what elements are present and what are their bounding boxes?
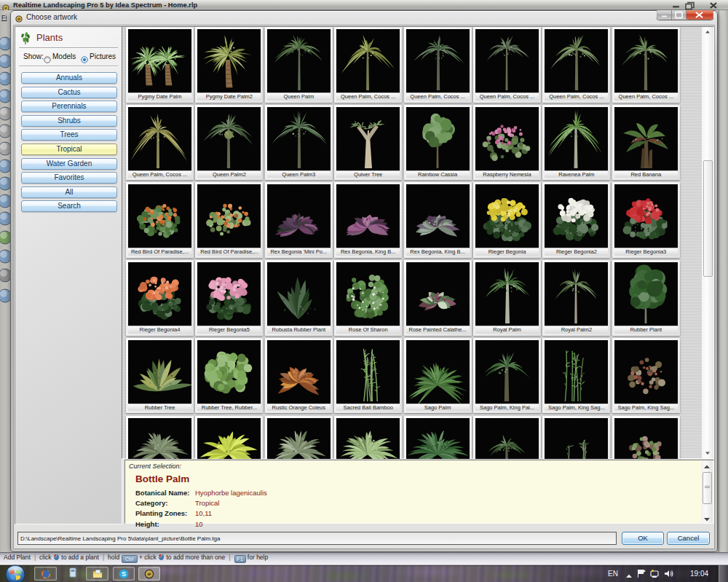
svg-text:S: S [122,570,126,578]
